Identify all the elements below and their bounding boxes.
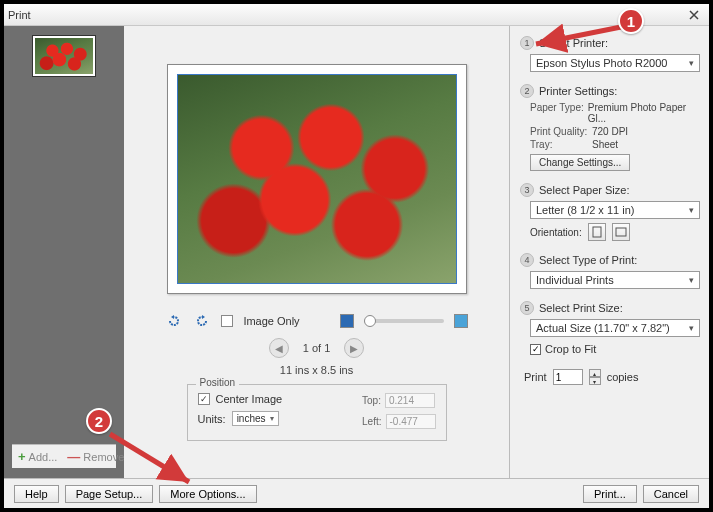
thumbnail-strip: +Add... —Remove [4,26,124,478]
center-image-checkbox[interactable]: ✓ [198,393,210,405]
page-setup-button[interactable]: Page Setup... [65,485,154,503]
position-group: Position ✓ Center Image Units: inches▾ T… [187,384,447,441]
more-options-button[interactable]: More Options... [159,485,256,503]
change-settings-button[interactable]: Change Settings... [530,154,630,171]
print-type-dropdown[interactable]: Individual Prints▾ [530,271,700,289]
rotate-ccw-button[interactable] [165,312,183,330]
top-label: Top: [362,395,381,406]
tray-value: Sheet [592,139,618,150]
paper-size-dropdown[interactable]: Letter (8 1/2 x 11 in)▾ [530,201,700,219]
thumb-actions: +Add... —Remove [12,444,116,468]
bg-swatch-dark[interactable] [340,314,354,328]
bg-swatch-light[interactable] [454,314,468,328]
preview-pane: Image Only ◀ 1 of 1 ▶ 11 ins x 8.5 ins P… [124,26,509,478]
copies-spinner[interactable]: ▴▾ [589,369,601,385]
footer: Help Page Setup... More Options... Print… [4,478,709,508]
print-dialog: Print +Add... —Remove [0,0,713,512]
copies-suffix: copies [607,371,639,383]
paper-size-label: Select Paper Size: [539,184,630,196]
print-size-label: Select Print Size: [539,302,623,314]
preview-toolbar: Image Only [165,312,467,330]
print-type-label: Select Type of Print: [539,254,637,266]
spin-up[interactable]: ▴ [589,369,601,377]
page-dimensions: 11 ins x 8.5 ins [280,364,353,376]
step-number-1: 1 [520,36,534,50]
print-size-dropdown[interactable]: Actual Size (11.70" x 7.82")▾ [530,319,700,337]
print-button[interactable]: Print... [583,485,637,503]
svg-rect-0 [593,227,601,237]
close-icon [689,10,699,20]
rotate-cw-button[interactable] [193,312,211,330]
printer-dropdown[interactable]: Epson Stylus Photo R2000▾ [530,54,700,72]
rotate-ccw-icon [166,313,182,329]
landscape-icon [615,227,627,237]
window-title: Print [8,9,31,21]
close-button[interactable] [683,7,705,23]
orientation-landscape-button[interactable] [612,223,630,241]
chevron-down-icon: ▾ [689,275,694,285]
step-select-printer: 1 Select Printer: Epson Stylus Photo R20… [520,36,699,72]
center-image-label: Center Image [216,393,283,405]
portrait-icon [592,226,602,238]
page-nav: ◀ 1 of 1 ▶ [269,338,365,358]
step-number-2: 2 [520,84,534,98]
bg-slider[interactable] [364,319,444,323]
minus-icon: — [67,449,80,464]
paper-type-value: Premium Photo Paper Gl... [588,102,699,124]
next-page-button[interactable]: ▶ [344,338,364,358]
cancel-button[interactable]: Cancel [643,485,699,503]
printer-settings-label: Printer Settings: [539,85,617,97]
chevron-down-icon: ▾ [689,323,694,333]
print-quality-value: 720 DPI [592,126,628,137]
step-number-4: 4 [520,253,534,267]
preview-image [178,75,456,283]
top-value: 0.214 [385,393,435,408]
step-print-size: 5 Select Print Size: Actual Size (11.70"… [520,301,699,385]
preview-image-frame[interactable] [177,74,457,284]
prev-page-button[interactable]: ◀ [269,338,289,358]
crop-to-fit-checkbox[interactable]: ✓ [530,344,541,355]
copies-label: Print [524,371,547,383]
step-number-5: 5 [520,301,534,315]
step-printer-settings: 2 Printer Settings: Paper Type:Premium P… [520,84,699,171]
units-dropdown[interactable]: inches▾ [232,411,279,426]
preview-page [167,64,467,294]
image-only-label: Image Only [243,315,299,327]
left-label: Left: [362,416,381,427]
plus-icon: + [18,449,26,464]
step-number-3: 3 [520,183,534,197]
add-button[interactable]: +Add... [18,449,57,464]
step-paper-size: 3 Select Paper Size: Letter (8 1/2 x 11 … [520,183,699,241]
page-indicator: 1 of 1 [303,342,331,354]
units-label: Units: [198,413,226,425]
copies-input[interactable] [553,369,583,385]
remove-button[interactable]: —Remove [67,449,124,464]
slider-thumb[interactable] [364,315,376,327]
thumbnail[interactable] [12,36,116,76]
spin-down[interactable]: ▾ [589,377,601,385]
orientation-portrait-button[interactable] [588,223,606,241]
chevron-down-icon: ▾ [689,58,694,68]
settings-pane: 1 Select Printer: Epson Stylus Photo R20… [509,26,709,478]
orientation-label: Orientation: [530,227,582,238]
help-button[interactable]: Help [14,485,59,503]
content-area: +Add... —Remove Image Only [4,26,709,478]
rotate-cw-icon [194,313,210,329]
select-printer-label: Select Printer: [539,37,608,49]
svg-rect-1 [616,228,626,236]
crop-to-fit-label: Crop to Fit [545,343,596,355]
step-print-type: 4 Select Type of Print: Individual Print… [520,253,699,289]
chevron-down-icon: ▾ [689,205,694,215]
image-only-checkbox[interactable] [221,315,233,327]
position-legend: Position [196,377,240,388]
left-value: -0.477 [386,414,436,429]
thumbnail-image [35,38,93,74]
titlebar: Print [4,4,709,26]
